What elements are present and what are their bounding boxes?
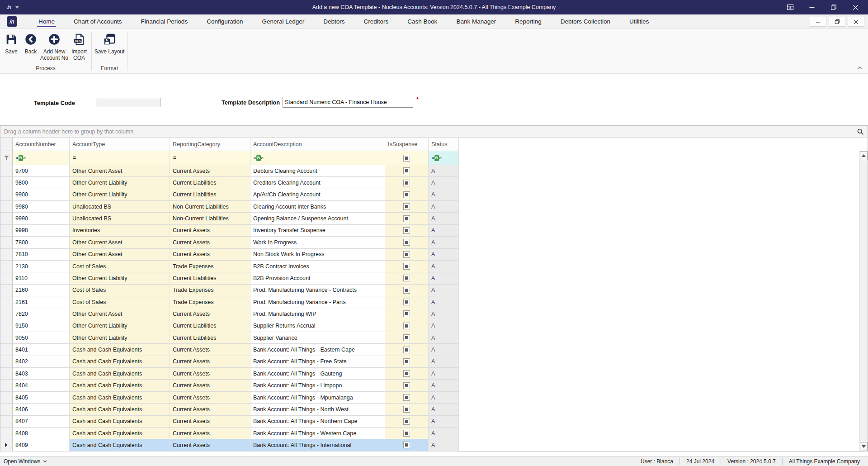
cell-account-description[interactable]: Opening Balance / Suspense Account — [250, 213, 385, 224]
cell-reporting-category[interactable]: Current Liabilities — [170, 320, 250, 332]
cell-status[interactable]: A — [429, 320, 459, 332]
cell-account-number[interactable]: 8402 — [13, 356, 70, 368]
table-row[interactable]: 8406Cash and Cash EquivalentsCurrent Ass… — [0, 404, 459, 415]
cell-reporting-category[interactable]: Current Assets — [170, 356, 250, 368]
app-logo-icon[interactable]: /n — [7, 5, 11, 10]
filter-account-description[interactable]: aBc — [250, 151, 385, 165]
cell-account-description[interactable]: Bank Account: All Things - Free State — [250, 356, 385, 368]
table-row[interactable]: 9990Unallocated BSNon-Current Liabilitie… — [0, 213, 459, 224]
cell-status[interactable]: A — [429, 177, 459, 189]
cell-account-description[interactable]: Supplier Returns Accrual — [250, 320, 385, 332]
template-description-input[interactable] — [283, 97, 413, 108]
cell-status[interactable]: A — [429, 368, 459, 380]
cell-account-number[interactable]: 8407 — [13, 416, 70, 428]
cell-account-description[interactable]: Clearing Account Inter Banks — [250, 201, 385, 213]
filter-reporting-category[interactable]: = — [170, 151, 250, 165]
cell-status[interactable]: A — [429, 380, 459, 391]
checkbox-icon[interactable] — [403, 227, 410, 234]
table-row[interactable]: 9998InventoriesCurrent AssetsInventory T… — [0, 225, 459, 237]
cell-status[interactable]: A — [429, 344, 459, 356]
cell-account-number[interactable]: 7800 — [13, 237, 70, 248]
table-row[interactable]: 8409Cash and Cash EquivalentsCurrent Ass… — [0, 439, 459, 451]
tab-creditors[interactable]: Creditors — [354, 14, 398, 29]
cell-account-type[interactable]: Unallocated BS — [70, 213, 170, 224]
mdi-restore-button[interactable] — [829, 17, 845, 27]
template-code-input[interactable] — [96, 98, 160, 107]
cell-status[interactable]: A — [429, 213, 459, 224]
cell-is-suspense[interactable] — [385, 272, 429, 284]
checkbox-icon[interactable] — [403, 358, 410, 365]
checkbox-icon[interactable] — [403, 203, 410, 210]
checkbox-icon[interactable] — [403, 275, 410, 281]
cell-status[interactable]: A — [429, 416, 459, 428]
vertical-scrollbar[interactable] — [859, 151, 868, 451]
cell-account-description[interactable]: Creditors Clearing Account — [250, 177, 385, 189]
filter-account-type[interactable]: = — [70, 151, 170, 165]
cell-status[interactable]: A — [429, 249, 459, 261]
cell-account-description[interactable]: Bank Account: All Things - Northern Cape — [250, 416, 385, 428]
cell-account-description[interactable]: Inventory Transfer Suspense — [250, 225, 385, 237]
cell-status[interactable]: A — [429, 201, 459, 213]
tab-configuration[interactable]: Configuration — [197, 14, 252, 29]
quick-access-caret-icon[interactable] — [15, 6, 19, 9]
cell-account-type[interactable]: Cash and Cash Equivalents — [70, 392, 170, 404]
cell-account-number[interactable]: 8403 — [13, 368, 70, 380]
table-row[interactable]: 9150Other Current LiabilityCurrent Liabi… — [0, 320, 459, 332]
app-icon[interactable]: /n — [7, 16, 17, 27]
tab-financial-periods[interactable]: Financial Periods — [132, 14, 198, 29]
cell-account-description[interactable]: Debtors Clearing Account — [250, 165, 385, 177]
cell-reporting-category[interactable]: Current Assets — [170, 392, 250, 404]
cell-account-type[interactable]: Other Current Asset — [70, 237, 170, 248]
filter-is-suspense[interactable] — [385, 151, 429, 165]
cell-status[interactable]: A — [429, 296, 459, 308]
group-by-panel[interactable]: Drag a column header here to group by th… — [0, 126, 868, 138]
cell-account-type[interactable]: Cash and Cash Equivalents — [70, 368, 170, 380]
cell-account-number[interactable]: 2160 — [13, 285, 70, 296]
restore-button[interactable] — [823, 0, 844, 14]
cell-account-number[interactable]: 8409 — [13, 439, 70, 451]
cell-account-type[interactable]: Other Current Liability — [70, 320, 170, 332]
column-header-account-description[interactable]: AccountDescription — [250, 138, 385, 151]
filter-account-number[interactable]: aBc — [13, 151, 70, 165]
cell-is-suspense[interactable] — [385, 296, 429, 308]
cell-account-number[interactable]: 2130 — [13, 261, 70, 272]
cell-is-suspense[interactable] — [385, 439, 429, 451]
cell-status[interactable]: A — [429, 285, 459, 296]
cell-is-suspense[interactable] — [385, 261, 429, 272]
checkbox-icon[interactable] — [403, 251, 410, 258]
column-header-account-type[interactable]: AccountType — [70, 138, 170, 151]
cell-reporting-category[interactable]: Current Assets — [170, 237, 250, 248]
cell-reporting-category[interactable]: Current Assets — [170, 308, 250, 320]
cell-account-description[interactable]: Bank Account: All Things - International — [250, 439, 385, 451]
column-header-account-number[interactable]: AccountNumber — [13, 138, 70, 151]
table-row[interactable]: 8404Cash and Cash EquivalentsCurrent Ass… — [0, 380, 459, 391]
tab-debtors[interactable]: Debtors — [314, 14, 354, 29]
ribbon-display-options-button[interactable] — [779, 0, 801, 14]
cell-account-number[interactable]: 8406 — [13, 404, 70, 415]
cell-reporting-category[interactable]: Current Liabilities — [170, 272, 250, 284]
tab-debtors-collection[interactable]: Debtors Collection — [551, 14, 620, 29]
cell-account-number[interactable]: 2161 — [13, 296, 70, 308]
collapse-ribbon-button[interactable] — [857, 66, 863, 70]
table-row[interactable]: 8405Cash and Cash EquivalentsCurrent Ass… — [0, 392, 459, 404]
cell-account-number[interactable]: 9900 — [13, 189, 70, 201]
cell-is-suspense[interactable] — [385, 308, 429, 320]
table-row[interactable]: 9110Other Current LiabilityCurrent Liabi… — [0, 272, 459, 284]
cell-is-suspense[interactable] — [385, 177, 429, 189]
cell-reporting-category[interactable]: Current Assets — [170, 404, 250, 415]
cell-reporting-category[interactable]: Current Assets — [170, 439, 250, 451]
cell-account-number[interactable]: 9998 — [13, 225, 70, 237]
cell-is-suspense[interactable] — [385, 225, 429, 237]
checkbox-icon[interactable] — [403, 406, 410, 413]
cell-account-number[interactable]: 8408 — [13, 428, 70, 439]
cell-account-number[interactable]: 8401 — [13, 344, 70, 356]
cell-account-number[interactable]: 9110 — [13, 272, 70, 284]
checkbox-icon[interactable] — [403, 180, 410, 186]
cell-reporting-category[interactable]: Trade Expenses — [170, 285, 250, 296]
cell-is-suspense[interactable] — [385, 320, 429, 332]
cell-is-suspense[interactable] — [385, 380, 429, 391]
checkbox-icon[interactable] — [403, 167, 410, 174]
add-new-account-no-button[interactable]: Add New Account No — [38, 33, 71, 61]
cell-reporting-category[interactable]: Current Assets — [170, 249, 250, 261]
checkbox-icon[interactable] — [403, 215, 410, 222]
